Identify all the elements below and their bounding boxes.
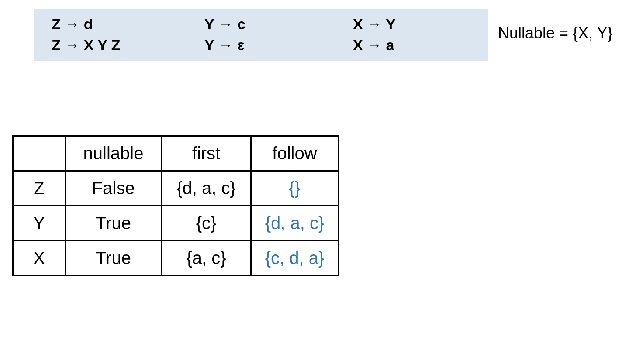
row-z-follow: {} xyxy=(251,171,339,206)
row-y-nullable: True xyxy=(66,206,162,241)
header-first: first xyxy=(162,136,251,171)
first-follow-table: nullable first follow Z False {d, a, c} … xyxy=(12,135,339,276)
grammar-col-z: Z → d Z → X Y Z xyxy=(52,14,204,55)
production-x-1: X → Y xyxy=(353,14,484,35)
row-z-first: {d, a, c} xyxy=(162,171,251,206)
row-y-first: {c} xyxy=(162,206,251,241)
production-y-1: Y → c xyxy=(204,14,353,35)
table-row: Y True {c} {d, a, c} xyxy=(13,206,339,241)
row-z-symbol: Z xyxy=(13,171,66,206)
table-row: X True {a, c} {c, d, a} xyxy=(13,241,339,276)
table-row: Z False {d, a, c} {} xyxy=(13,171,339,206)
header-follow: follow xyxy=(251,136,339,171)
table-header-row: nullable first follow xyxy=(13,136,339,171)
grammar-col-y: Y → c Y → ε xyxy=(204,14,353,55)
production-z-2: Z → X Y Z xyxy=(52,35,204,56)
header-blank xyxy=(13,136,66,171)
row-x-first: {a, c} xyxy=(162,241,251,276)
header-nullable: nullable xyxy=(66,136,162,171)
row-x-follow: {c, d, a} xyxy=(251,241,339,276)
grammar-col-x: X → Y X → a xyxy=(353,14,484,55)
production-x-2: X → a xyxy=(353,35,484,56)
production-z-1: Z → d xyxy=(52,14,204,35)
row-z-nullable: False xyxy=(66,171,162,206)
row-x-symbol: X xyxy=(13,241,66,276)
production-y-2: Y → ε xyxy=(204,35,353,56)
grammar-panel: Z → d Z → X Y Z Y → c Y → ε X → Y X → a xyxy=(34,9,488,61)
nullable-set-label: Nullable = {X, Y} xyxy=(498,24,613,42)
row-y-symbol: Y xyxy=(13,206,66,241)
row-x-nullable: True xyxy=(66,241,162,276)
row-y-follow: {d, a, c} xyxy=(251,206,339,241)
